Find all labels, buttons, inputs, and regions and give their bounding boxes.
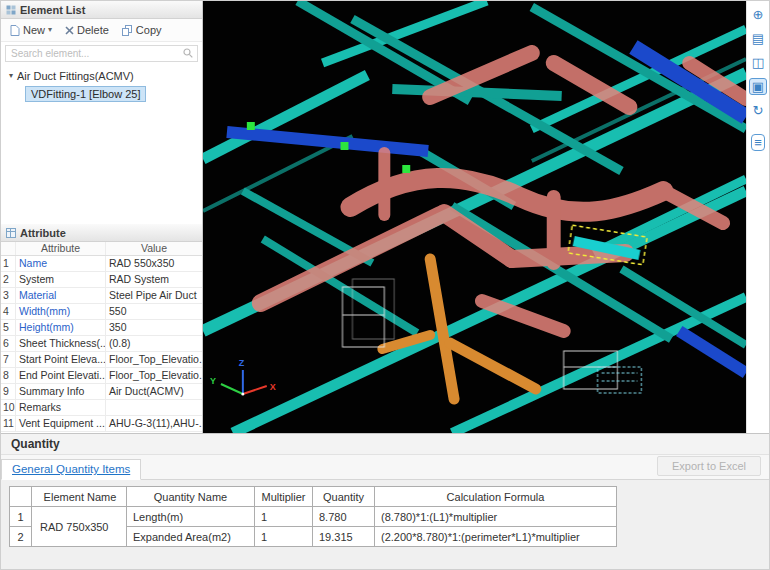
num-col-header (10, 487, 32, 507)
attribute-row-height[interactable]: 5 Height(mm) 350 (1, 320, 202, 336)
element-name-col-header: Element Name (32, 487, 127, 507)
multiplier-col-header: Multiplier (255, 487, 313, 507)
quantity-col-header: Quantity (313, 487, 375, 507)
axis-x-label: X (270, 382, 276, 392)
formula-col-header: Calculation Formula (375, 487, 617, 507)
delete-button-label: Delete (77, 24, 109, 36)
attribute-row-end-elevation[interactable]: 8 End Point Elevati... Floor_Top_Elevati… (1, 368, 202, 384)
export-to-excel-button[interactable]: Export to Excel (657, 456, 761, 476)
attribute-panel: Attribute Attribute Value 1 Name RAD 550… (1, 224, 202, 433)
attribute-header: Attribute (1, 224, 202, 242)
chevron-down-icon: ▾ (48, 26, 52, 34)
element-list-header: Element List (1, 1, 202, 19)
quantity-tabstrip: General Quantity Items Export to Excel (1, 455, 769, 480)
orbit-view-icon: ⊕ (753, 7, 764, 22)
solid-view-button[interactable]: ▣ (749, 78, 767, 95)
delete-button[interactable]: Delete (59, 21, 115, 39)
notes-icon: ≡ (754, 135, 762, 150)
refresh-view-button[interactable]: ↻ (750, 102, 767, 119)
attribute-row-start-elevation[interactable]: 7 Start Point Eleva... Floor_Top_Elevati… (1, 352, 202, 368)
quantity-panel: Quantity General Quantity Items Export t… (1, 433, 769, 569)
notes-button[interactable]: ≡ (751, 134, 765, 151)
quantity-table: Element Name Quantity Name Multiplier Qu… (9, 486, 617, 547)
search-input[interactable] (5, 45, 198, 62)
element-list-icon (6, 5, 16, 15)
wireframe-view-icon: ◫ (752, 55, 764, 70)
top-region: Element List New ▾ (1, 1, 769, 433)
attribute-row-remarks[interactable]: 10 Remarks (1, 400, 202, 416)
axis-y-label: Y (210, 376, 216, 386)
duct-model-scene: X Y Z (203, 1, 746, 433)
element-name-cell: RAD 750x350 (32, 507, 127, 547)
solid-view-icon: ▣ (752, 79, 764, 94)
element-list-title: Element List (20, 4, 85, 16)
attribute-title: Attribute (20, 227, 66, 239)
element-list-toolbar: New ▾ Delete (1, 19, 202, 42)
new-button[interactable]: New ▾ (4, 21, 58, 39)
view-toolbar: ⊕ ▤ ◫ ▣ ↻ ≡ (746, 1, 769, 433)
attribute-row-summary-info[interactable]: 9 Summary Info Air Duct(ACMV) (1, 384, 202, 400)
app-window: Element List New ▾ (0, 0, 770, 570)
tree-node-vdfitting-selected[interactable]: VDFitting-1 [Elbow 25] (25, 86, 146, 102)
copy-button[interactable]: Copy (116, 21, 168, 39)
attribute-row-vent-equipment[interactable]: 11 Vent Equipment ... AHU-G-3(11),AHU-..… (1, 416, 202, 432)
delete-x-icon (65, 26, 74, 35)
attribute-row-system[interactable]: 2 System RAD System (1, 272, 202, 288)
quantity-table-wrap: Element Name Quantity Name Multiplier Qu… (1, 480, 769, 547)
quantity-panel-header: Quantity (1, 434, 769, 455)
attribute-row-sheet-thickness[interactable]: 6 Sheet Thickness(... (0.8) (1, 336, 202, 352)
tree-node-air-duct-fittings[interactable]: ▾ Air Duct Fittings(ACMV) (1, 68, 202, 84)
axis-z-label: Z (239, 358, 245, 368)
refresh-view-icon: ↻ (753, 103, 764, 118)
tree-node-label: Air Duct Fittings(ACMV) (17, 70, 134, 82)
tree-expander-icon[interactable]: ▾ (9, 72, 13, 80)
element-list-panel: Element List New ▾ (1, 1, 202, 224)
attribute-row-material[interactable]: 3 Material Steel Pipe Air Duct (1, 288, 202, 304)
copy-button-label: Copy (136, 24, 162, 36)
viewport-3d[interactable]: X Y Z (203, 1, 746, 433)
attribute-table: Attribute Value 1 Name RAD 550x350 2 Sys… (1, 242, 202, 433)
search-wrap (5, 45, 198, 62)
copy-icon (122, 25, 133, 36)
attribute-row-name[interactable]: 1 Name RAD 550x350 (1, 256, 202, 272)
orbit-view-button[interactable]: ⊕ (750, 6, 767, 23)
element-tree: ▾ Air Duct Fittings(ACMV) VDFitting-1 [E… (1, 64, 202, 224)
search-icon (183, 48, 193, 58)
quantity-row-length[interactable]: 1 RAD 750x350 Length(m) 1 8.780 (8.780)*… (10, 507, 617, 527)
attribute-col-header: Attribute (16, 242, 106, 255)
quantity-title: Quantity (11, 437, 60, 451)
attribute-table-header: Attribute Value (1, 242, 202, 256)
screen-view-icon: ▤ (752, 31, 764, 46)
quantity-name-col-header: Quantity Name (127, 487, 255, 507)
quantity-table-header-row: Element Name Quantity Name Multiplier Qu… (10, 487, 617, 507)
value-col-header: Value (106, 242, 202, 255)
screen-view-button[interactable]: ▤ (749, 30, 767, 47)
new-page-icon (10, 25, 20, 36)
wireframe-view-button[interactable]: ◫ (749, 54, 767, 71)
attribute-icon (6, 228, 16, 238)
tab-general-quantity-items[interactable]: General Quantity Items (1, 459, 141, 480)
new-button-label: New (23, 24, 45, 36)
attribute-row-width[interactable]: 4 Width(mm) 550 (1, 304, 202, 320)
left-sidebar: Element List New ▾ (1, 1, 203, 433)
